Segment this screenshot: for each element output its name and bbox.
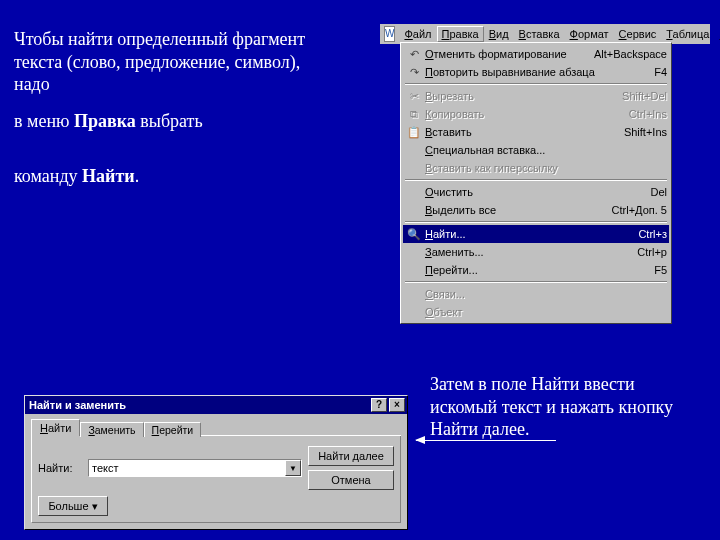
menu-item-label: Выделить все [423,204,604,216]
instruction-1: Чтобы найти определенный фрагмент текста… [14,28,314,96]
menu-item-файл[interactable]: Файл [399,26,436,42]
menu-item-shortcut: Ctrl+Доп. 5 [604,204,667,216]
text-bold: Правка [74,111,136,131]
tab-заменить[interactable]: Заменить [80,422,143,437]
menu-item-shortcut: Alt+Backspace [586,48,667,60]
menu-item[interactable]: Заменить...Ctrl+р [403,243,669,261]
↷-icon: ↷ [405,64,423,80]
menu-item[interactable]: ↶Отменить форматированиеAlt+Backspace [403,45,669,63]
more-button[interactable]: Больше ▾ [38,496,108,516]
menu-item-label: Очистить [423,186,642,198]
menu-separator [405,83,667,85]
⧉-icon: ⧉ [405,106,423,122]
blank-icon [405,184,423,200]
menu-item-формат[interactable]: Формат [565,26,614,42]
tab-найти[interactable]: Найти [31,419,80,436]
find-combo[interactable]: ▼ [88,459,302,477]
menu-item-label: Перейти... [423,264,646,276]
menu-item[interactable]: ОчиститьDel [403,183,669,201]
menu-item-shortcut: Del [642,186,667,198]
menu-item[interactable]: 🔍Найти...Ctrl+з [403,225,669,243]
menu-item: Вставить как гиперссылку [403,159,669,177]
find-panel: Найти: ▼ Найти далее Отмена Больше ▾ [31,436,401,523]
menu-item-label: Найти... [423,228,630,240]
find-label: Найти: [38,462,88,474]
tab-перейти[interactable]: Перейти [144,422,202,437]
dialog-title: Найти и заменить [27,399,369,411]
menu-item-label: Заменить... [423,246,629,258]
text: в меню [14,111,74,131]
menu-item-label: Связи... [423,288,659,300]
edit-menu-dropdown: ↶Отменить форматированиеAlt+Backspace↷По… [400,42,672,324]
menu-separator [405,281,667,283]
dialog-tabs: НайтиЗаменитьПерейти [31,418,401,436]
arrow-pointer [416,440,556,441]
menu-item[interactable]: 📋ВставитьShift+Ins [403,123,669,141]
combo-drop-icon[interactable]: ▼ [285,460,301,476]
menu-separator [405,221,667,223]
menu-item-shortcut: Ctrl+р [629,246,667,258]
menu-bar: W ФайлПравкаВидВставкаФорматСервисТаблиц… [380,24,710,44]
text: команду [14,166,82,186]
menu-item-label: Вырезать [423,90,614,102]
text: выбрать [136,111,203,131]
menu-item: ⧉КопироватьCtrl+Ins [403,105,669,123]
find-replace-dialog: Найти и заменить ? × НайтиЗаменитьПерейт… [24,395,408,530]
menu-item-label: Вставить как гиперссылку [423,162,659,174]
blank-icon [405,262,423,278]
text: . [135,166,140,186]
menu-item[interactable]: ↷Повторить выравнивание абзацаF4 [403,63,669,81]
dialog-titlebar: Найти и заменить ? × [25,396,407,414]
menu-item[interactable]: Специальная вставка... [403,141,669,159]
find-input[interactable] [89,460,285,476]
instruction-2: в меню Правка выбрать [14,110,314,133]
blank-icon [405,304,423,320]
menu-item-вид[interactable]: Вид [484,26,514,42]
help-button[interactable]: ? [371,398,387,412]
app-icon[interactable]: W [384,26,395,42]
menu-item: ✂ВырезатьShift+Del [403,87,669,105]
menu-item: Связи... [403,285,669,303]
menu-item-shortcut: Shift+Ins [616,126,667,138]
text-bold: Найти [82,166,135,186]
🔍-icon: 🔍 [405,226,423,242]
find-next-button[interactable]: Найти далее [308,446,394,466]
menu-item-label: Вставить [423,126,616,138]
menu-item: Объект [403,303,669,321]
menu-item-сервис[interactable]: Сервис [614,26,662,42]
close-button[interactable]: × [389,398,405,412]
📋-icon: 📋 [405,124,423,140]
menu-item-окно[interactable]: Окно [714,26,720,42]
menu-separator [405,179,667,181]
menu-item-правка[interactable]: Правка [437,26,484,42]
blank-icon [405,244,423,260]
menu-item-вставка[interactable]: Вставка [514,26,565,42]
blank-icon [405,286,423,302]
menu-item-shortcut: F4 [646,66,667,78]
cancel-button[interactable]: Отмена [308,470,394,490]
menu-item-shortcut: F5 [646,264,667,276]
↶-icon: ↶ [405,46,423,62]
blank-icon [405,202,423,218]
menu-item-shortcut: Shift+Del [614,90,667,102]
menu-item-shortcut: Ctrl+з [630,228,667,240]
menu-item[interactable]: Перейти...F5 [403,261,669,279]
menu-item-shortcut: Ctrl+Ins [621,108,667,120]
blank-icon [405,160,423,176]
blank-icon [405,142,423,158]
menu-item-label: Отменить форматирование [423,48,586,60]
instruction-4: Затем в поле Найти ввести искомый текст … [430,373,700,441]
instruction-3: команду Найти. [14,165,314,188]
✂-icon: ✂ [405,88,423,104]
menu-item-label: Повторить выравнивание абзаца [423,66,646,78]
menu-item[interactable]: Выделить всеCtrl+Доп. 5 [403,201,669,219]
menu-item-label: Объект [423,306,659,318]
menu-item-label: Специальная вставка... [423,144,659,156]
menu-item-label: Копировать [423,108,621,120]
menu-item-таблица[interactable]: Таблица [661,26,714,42]
